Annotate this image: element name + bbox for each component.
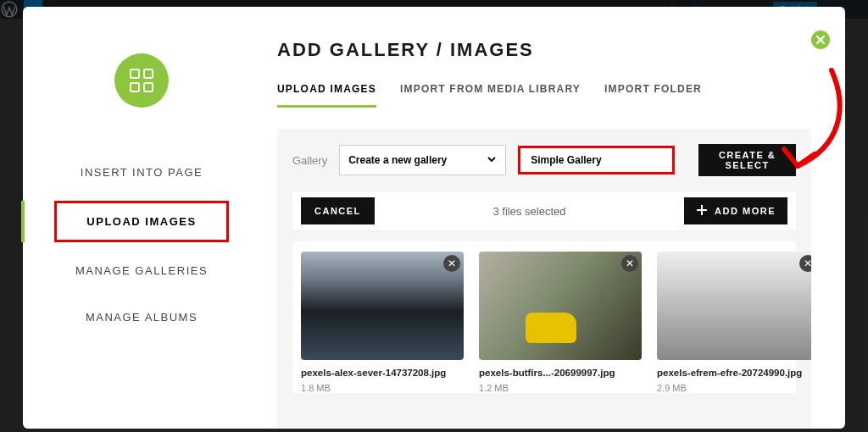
file-item: ✕ pexels-alex-sever-14737208.jpg 1.8 MB [301, 252, 464, 393]
plus-icon [696, 204, 708, 218]
cancel-button[interactable]: CANCEL [301, 197, 375, 224]
file-name: pexels-efrem-efre-20724990.jpg [657, 367, 811, 379]
create-select-button[interactable]: CREATE & SELECT [698, 144, 796, 176]
modal-sidebar: INSERT INTO PAGE UPLOAD IMAGES MANAGE GA… [23, 7, 260, 429]
close-icon[interactable] [811, 30, 830, 49]
file-thumbnail[interactable]: ✕ [301, 252, 464, 360]
files-grid: ✕ pexels-alex-sever-14737208.jpg 1.8 MB … [292, 241, 796, 393]
file-thumbnail[interactable]: ✕ [657, 252, 811, 360]
file-size: 1.8 MB [301, 383, 464, 393]
tab-import-folder[interactable]: IMPORT FOLDER [604, 83, 702, 108]
remove-file-icon[interactable]: ✕ [799, 255, 811, 272]
add-gallery-modal: INSERT INTO PAGE UPLOAD IMAGES MANAGE GA… [23, 7, 845, 429]
modal-title: ADD GALLERY / IMAGES [277, 39, 811, 61]
file-size: 2.9 MB [657, 383, 811, 393]
tab-upload-images[interactable]: UPLOAD IMAGES [277, 83, 376, 108]
files-toolbar: CANCEL 3 files selected ADD MORE [292, 191, 796, 231]
file-item: ✕ pexels-butfirs...-20699997.jpg 1.2 MB [479, 252, 642, 393]
add-more-label: ADD MORE [715, 206, 776, 216]
sidebar-item-manage-albums[interactable]: MANAGE ALBUMS [57, 299, 226, 335]
gallery-select-value: Create a new gallery [348, 154, 447, 166]
modal-overlay: INSERT INTO PAGE UPLOAD IMAGES MANAGE GA… [0, 0, 868, 432]
remove-file-icon[interactable]: ✕ [621, 255, 638, 272]
sidebar-item-upload[interactable]: UPLOAD IMAGES [54, 201, 229, 242]
gallery-row: Gallery Create a new gallery CREATE & SE… [292, 144, 796, 176]
gallery-select[interactable]: Create a new gallery [339, 145, 506, 175]
file-thumbnail[interactable]: ✕ [479, 252, 642, 360]
add-more-button[interactable]: ADD MORE [684, 197, 787, 224]
chevron-down-icon [487, 154, 497, 167]
files-status: 3 files selected [375, 205, 684, 218]
gallery-name-input[interactable] [518, 146, 675, 174]
modal-tabs: UPLOAD IMAGES IMPORT FROM MEDIA LIBRARY … [277, 83, 811, 108]
file-size: 1.2 MB [479, 383, 642, 393]
file-name: pexels-alex-sever-14737208.jpg [301, 367, 464, 379]
sidebar-item-insert[interactable]: INSERT INTO PAGE [57, 154, 226, 191]
file-item: ✕ pexels-efrem-efre-20724990.jpg 2.9 MB [657, 252, 811, 393]
modal-main: ADD GALLERY / IMAGES UPLOAD IMAGES IMPOR… [260, 7, 845, 429]
gallery-label: Gallery [292, 154, 327, 167]
plugin-logo [114, 53, 169, 108]
sidebar-item-manage-galleries[interactable]: MANAGE GALLERIES [57, 252, 226, 289]
upload-panel: Gallery Create a new gallery CREATE & SE… [277, 129, 811, 429]
remove-file-icon[interactable]: ✕ [443, 255, 460, 272]
file-name: pexels-butfirs...-20699997.jpg [479, 367, 642, 379]
tab-import-library[interactable]: IMPORT FROM MEDIA LIBRARY [400, 83, 581, 108]
